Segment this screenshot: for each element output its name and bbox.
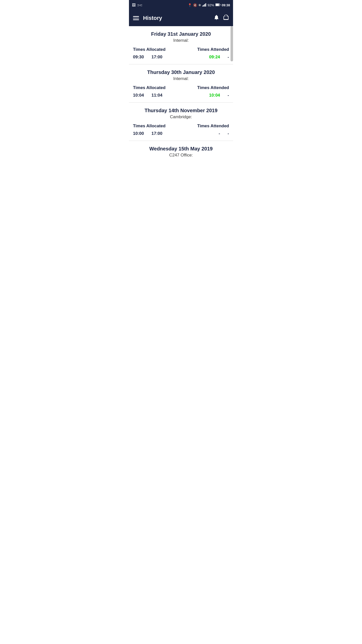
entry-2-header-row: Times Allocated Times Attended xyxy=(133,85,229,90)
page-title: History xyxy=(143,15,162,21)
entry-1-times-table: Times Allocated Times Attended 09:30 17:… xyxy=(133,47,229,60)
history-entry-4-partial: Wednesday 15th May 2019 C247 Office: xyxy=(129,141,233,163)
entry-3-values-row: 10:00 17:00 - - xyxy=(133,131,229,136)
entry-1-alloc-start: 09:30 xyxy=(133,55,144,60)
history-entry-3: Thursday 14th November 2019 Cambridge: T… xyxy=(129,103,233,141)
entry-2-attend-start: 10:04 xyxy=(209,93,220,98)
entry-3-date: Thursday 14th November 2019 xyxy=(133,108,229,113)
entry-2-date: Thursday 30th January 2020 xyxy=(133,69,229,75)
profile-button[interactable] xyxy=(223,14,229,22)
entry-2-times-table: Times Allocated Times Attended 10:04 11:… xyxy=(133,85,229,98)
entry-2-alloc-end: 11:04 xyxy=(151,93,162,98)
entry-3-allocated-header: Times Allocated xyxy=(133,124,181,129)
history-entry-1: Friday 31st January 2020 Internal: Times… xyxy=(129,26,233,64)
entry-1-location: Internal: xyxy=(133,38,229,43)
bluetooth-icon: ✱ xyxy=(198,3,201,7)
app-bar: History xyxy=(129,10,233,26)
entry-4-location: C247 Office: xyxy=(133,153,229,158)
entry-1-alloc-end: 17:00 xyxy=(151,55,162,60)
status-right-icons: 📍 🔇 ✱ 92% 09:38 xyxy=(188,3,230,7)
app-bar-right xyxy=(213,14,229,22)
entry-1-date: Friday 31st January 2020 xyxy=(133,31,229,37)
entry-2-allocated-group: 10:04 11:04 xyxy=(133,93,181,98)
notification-button[interactable] xyxy=(213,14,219,22)
entry-2-allocated-header: Times Allocated xyxy=(133,85,181,90)
entry-1-attend-start: 09:24 xyxy=(209,55,220,60)
entry-1-attended-header: Times Attended xyxy=(181,47,229,52)
entry-3-times-table: Times Allocated Times Attended 10:00 17:… xyxy=(133,124,229,136)
entry-2-alloc-start: 10:04 xyxy=(133,93,144,98)
photo-icon: 🖼 xyxy=(132,3,135,7)
entry-2-location: Internal: xyxy=(133,76,229,81)
entry-3-location: Cambridge: xyxy=(133,114,229,119)
entry-3-alloc-end: 17:00 xyxy=(151,131,162,136)
entry-2-attended-group: 10:04 - xyxy=(181,93,229,98)
status-bar: 🖼 ⊃⊂ 📍 🔇 ✱ 92% 0 xyxy=(129,0,233,10)
scrollbar-thumb[interactable] xyxy=(231,26,233,61)
entry-1-attend-end: - xyxy=(228,55,229,60)
entry-1-header-row: Times Allocated Times Attended xyxy=(133,47,229,52)
location-icon: 📍 xyxy=(188,3,192,7)
entry-3-attend-end: - xyxy=(228,131,229,136)
entry-1-attended-group: 09:24 - xyxy=(181,55,229,60)
entry-1-allocated-group: 09:30 17:00 xyxy=(133,55,181,60)
mute-icon: 🔇 xyxy=(193,3,197,7)
entry-3-allocated-group: 10:00 17:00 xyxy=(133,131,181,136)
entry-1-values-row: 09:30 17:00 09:24 - xyxy=(133,55,229,60)
entry-3-attend-start: - xyxy=(219,131,220,136)
svg-rect-5 xyxy=(216,4,219,6)
entry-2-values-row: 10:04 11:04 10:04 - xyxy=(133,93,229,98)
voicemail-icon: ⊃⊂ xyxy=(137,3,143,7)
menu-button[interactable] xyxy=(133,16,139,20)
history-content: Friday 31st January 2020 Internal: Times… xyxy=(129,26,233,163)
entry-3-attended-header: Times Attended xyxy=(181,124,229,129)
svg-rect-1 xyxy=(203,5,204,7)
svg-rect-0 xyxy=(202,6,203,7)
battery-icon xyxy=(215,3,220,7)
svg-rect-3 xyxy=(205,3,206,7)
signal-icon xyxy=(202,3,206,7)
entry-3-attended-group: - - xyxy=(181,131,229,136)
entry-4-date: Wednesday 15th May 2019 xyxy=(133,146,229,152)
entry-3-header-row: Times Allocated Times Attended xyxy=(133,124,229,129)
entry-2-attended-header: Times Attended xyxy=(181,85,229,90)
entry-1-allocated-header: Times Allocated xyxy=(133,47,181,52)
history-entry-2: Thursday 30th January 2020 Internal: Tim… xyxy=(129,64,233,103)
entry-2-attend-end: - xyxy=(228,93,229,98)
entry-3-alloc-start: 10:00 xyxy=(133,131,144,136)
status-left-icons: 🖼 ⊃⊂ xyxy=(132,3,143,7)
app-bar-left: History xyxy=(133,15,162,21)
status-time: 09:38 xyxy=(222,3,230,7)
svg-rect-6 xyxy=(220,4,220,5)
svg-rect-2 xyxy=(204,4,205,7)
battery-percent: 92% xyxy=(208,3,214,7)
